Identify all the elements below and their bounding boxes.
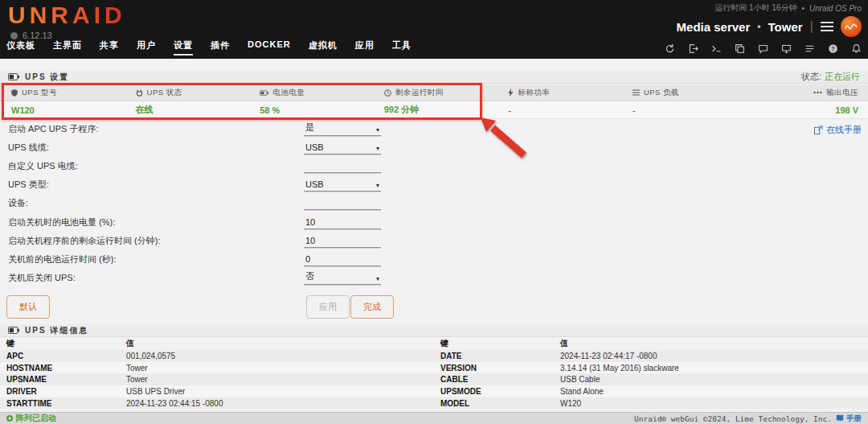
nominal-power-value: -: [508, 105, 511, 115]
runtime-left-input[interactable]: 10: [304, 235, 381, 248]
custom-cable-input[interactable]: [304, 160, 381, 173]
form-buttons: 默认 应用 完成: [0, 293, 868, 327]
ups-settings-section-bar: UPS 设置 状态: 正在运行: [0, 71, 868, 84]
field-label: 启动关机程序前的剩余运行时间 (分钟):: [8, 234, 160, 246]
field-label: UPS 类型:: [8, 179, 49, 191]
col-ups-model: UPS 型号: [0, 88, 125, 98]
ups-status-table: UPS 型号 UPS 状态 电池电量 剩余运行时间 标称功率 UPS 负载 输出…: [0, 84, 868, 119]
field-label: 关机前的电池运行时间 (秒):: [8, 253, 116, 265]
field-label: 自定义 UPS 电缆:: [8, 159, 78, 171]
nav-item-users[interactable]: 用户: [137, 39, 156, 56]
server-hostname: Tower: [768, 20, 803, 34]
timeout-input[interactable]: 0: [304, 253, 381, 266]
nav-item-shares[interactable]: 共享: [100, 39, 119, 56]
logout-icon[interactable]: [688, 43, 698, 54]
output-voltage-value: 198 V: [835, 105, 858, 115]
feedback-icon[interactable]: [758, 43, 768, 54]
nav-item-main[interactable]: 主界面: [53, 39, 82, 56]
status-table-header: UPS 型号 UPS 状态 电池电量 剩余运行时间 标称功率 UPS 负载 输出…: [0, 84, 868, 101]
voltage-icon: [813, 91, 822, 94]
form-row-type: UPS 类型: USB: [0, 175, 868, 194]
meta-separator: •: [801, 4, 805, 13]
server-separator: •: [757, 21, 760, 32]
field-label: 启动关机时的电池电量 (%):: [8, 216, 115, 228]
array-status: 阵列已启动: [6, 413, 56, 424]
nav-item-plugins[interactable]: 插件: [211, 39, 230, 56]
ups-model-value: W120: [11, 105, 35, 115]
notifications-bell-icon[interactable]: [851, 43, 862, 54]
form-row-custom-cable: 自定义 UPS 电缆:: [0, 156, 868, 175]
form-row-service: 启动 APC UPS 子程序: 是: [0, 119, 868, 138]
server-description: Media server: [677, 20, 751, 34]
col-output-voltage: 输出电压: [745, 88, 868, 98]
nav-item-vms[interactable]: 虚拟机: [309, 39, 338, 56]
table-row: HOSTNAMETower: [0, 362, 434, 374]
done-button[interactable]: 完成: [350, 295, 394, 319]
nav-item-apps[interactable]: 应用: [355, 39, 375, 56]
field-label: UPS 线缆:: [8, 141, 49, 153]
details-table-left: 键值 APC001,024,0575 HOSTNAMETower UPSNAME…: [0, 337, 434, 409]
ups-load-value: -: [633, 105, 636, 115]
form-row-battery-level: 启动关机时的电池电量 (%): 10: [0, 212, 868, 231]
avatar[interactable]: [841, 16, 862, 37]
help-icon[interactable]: ?: [828, 43, 838, 54]
table-row: UPSNAMETower: [0, 373, 434, 385]
update-icon[interactable]: [665, 43, 675, 54]
device-input[interactable]: [304, 198, 381, 211]
shield-icon: [11, 89, 18, 97]
details-table-right: 键值 DATE2024-11-23 02:44:17 -0800 VERSION…: [434, 337, 868, 409]
battery-level-input[interactable]: 10: [304, 216, 381, 229]
form-row-device: 设备:: [0, 194, 868, 212]
svg-text:?: ?: [831, 45, 835, 52]
nav-item-docker[interactable]: DOCKER: [248, 39, 291, 56]
default-button[interactable]: 默认: [6, 295, 50, 319]
table-row: CABLEUSB Cable: [434, 373, 868, 385]
ups-status-value: 在线: [136, 104, 154, 116]
runtime-left-value: 992 分钟: [384, 104, 419, 116]
service-select[interactable]: 是: [304, 123, 381, 136]
details-header-row: 键值: [434, 337, 868, 350]
section-title: UPS 详细信息: [25, 325, 88, 336]
header-divider: |: [810, 19, 813, 35]
field-label: 关机后关闭 UPS:: [8, 272, 76, 284]
form-row-kill-ups: 关机后关闭 UPS: 否: [0, 269, 868, 287]
table-row: VERSION3.14.14 (31 May 2016) slackware: [434, 362, 868, 374]
ups-type-select[interactable]: USB: [304, 179, 381, 191]
menu-icon[interactable]: [821, 22, 833, 31]
form-row-timeout: 关机前的电池运行时间 (秒): 0: [0, 249, 868, 268]
edition-label: Unraid OS Pro: [809, 4, 862, 13]
footer-manual-link[interactable]: 手册: [836, 414, 862, 424]
terminal-icon[interactable]: [711, 43, 722, 54]
uptime-line: 运行时间 1小时 16分钟 • Unraid OS Pro: [714, 2, 862, 14]
status-value: 正在运行: [825, 71, 860, 83]
col-runtime-left: 剩余运行时间: [373, 88, 497, 98]
book-icon: [836, 414, 844, 422]
clock-icon: [384, 89, 391, 97]
col-nominal-power: 标称功率: [497, 88, 621, 98]
monitor-icon[interactable]: [781, 43, 792, 54]
log-icon[interactable]: [805, 43, 815, 54]
plug-icon: [136, 89, 143, 97]
apply-button[interactable]: 应用: [306, 295, 350, 319]
app-header: UNRAID 6.12.13 运行时间 1小时 16分钟 • Unraid OS…: [0, 0, 868, 59]
load-icon: [633, 89, 640, 96]
field-label: 设备:: [8, 197, 28, 209]
nav-item-dashboard[interactable]: 仪表板: [6, 39, 35, 56]
uptime-text: 运行时间 1小时 16分钟: [714, 2, 796, 14]
battery-icon: [260, 90, 268, 96]
col-ups-load: UPS 负载: [621, 88, 746, 98]
ups-details: 键值 APC001,024,0575 HOSTNAMETower UPSNAME…: [0, 337, 868, 409]
kill-ups-select[interactable]: 否: [304, 272, 381, 285]
version-status-icon: [10, 32, 18, 39]
nav-item-settings[interactable]: 设置: [174, 39, 193, 56]
table-row: MODELW120: [434, 397, 868, 410]
form-row-cable: UPS 线缆: USB: [0, 138, 868, 156]
form-row-runtime-left: 启动关机程序前的剩余运行时间 (分钟): 10: [0, 231, 868, 249]
ups-cable-select[interactable]: USB: [304, 142, 381, 154]
table-row: APC001,024,0575: [0, 350, 434, 362]
table-row: DRIVERUSB UPS Driver: [0, 385, 434, 397]
unraid-logo: UNRAID: [8, 2, 126, 29]
nav-item-tools[interactable]: 工具: [392, 39, 411, 56]
copy-icon[interactable]: [735, 43, 745, 54]
col-battery-charge: 电池电量: [248, 88, 373, 98]
